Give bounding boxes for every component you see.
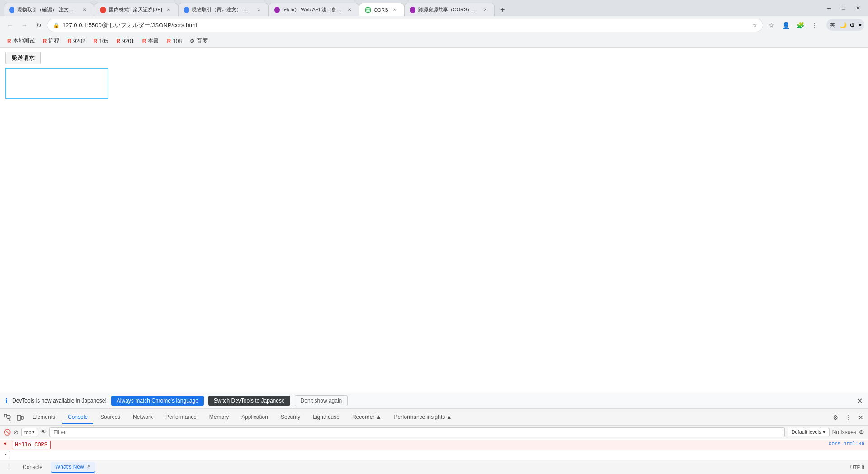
- devtools-more-icon[interactable]: ⋮: [843, 412, 854, 423]
- devtools-tab-console[interactable]: Console: [62, 411, 93, 424]
- context-dropdown-icon: ▾: [32, 429, 35, 435]
- tab-close-5[interactable]: ✕: [391, 6, 398, 14]
- bottom-tab-close-icon[interactable]: ✕: [87, 464, 91, 469]
- bookmark-favicon-8: ⚙: [190, 38, 195, 44]
- context-label: top: [24, 430, 31, 435]
- notification-close-icon[interactable]: ✕: [857, 397, 863, 405]
- svg-rect-7: [17, 415, 21, 420]
- url-text: 127.0.0.1:5500/新しいフォルダー/JSONP/cors.html: [62, 21, 750, 29]
- address-bar[interactable]: 🔒 127.0.0.1:5500/新しいフォルダー/JSONP/cors.htm…: [47, 19, 763, 32]
- maximize-button[interactable]: □: [837, 2, 850, 14]
- devtools-notification-bar: ℹ DevTools is now available in Japanese!…: [0, 393, 868, 409]
- tab-title-5: CORS: [374, 7, 388, 13]
- browser-tab-6[interactable]: 跨源资源共享（CORS）- HTT... ✕: [404, 3, 495, 16]
- bookmark-108[interactable]: R 108: [163, 37, 185, 45]
- forward-button[interactable]: →: [18, 19, 31, 32]
- tab-title-2: 国内株式 | 楽天証券[SP]: [109, 6, 162, 13]
- log-source-link[interactable]: cors.html:36: [829, 441, 864, 446]
- browser-tab-2[interactable]: 国内株式 | 楽天証券[SP] ✕: [94, 3, 178, 16]
- extension-icon[interactable]: 🧩: [794, 19, 807, 32]
- bottom-whats-new-label: What's New: [55, 464, 84, 470]
- console-settings-icon[interactable]: ⚙: [859, 429, 864, 436]
- devtools-settings-icon[interactable]: ⚙: [830, 412, 841, 423]
- bookmark-baidu[interactable]: ⚙ 百度: [186, 36, 211, 46]
- devtools-tab-application[interactable]: Application: [236, 411, 274, 424]
- bookmark-9202[interactable]: R 9202: [64, 37, 89, 45]
- tab-favicon-3: [184, 7, 189, 13]
- bookmark-book[interactable]: R 本書: [139, 36, 163, 46]
- error-log-icon: ●: [4, 441, 10, 446]
- page-content: 発送请求 ℹ DevTools is now available in Japa…: [0, 48, 868, 474]
- close-button[interactable]: ✕: [852, 2, 864, 14]
- log-level-selector[interactable]: Default levels ▾: [788, 428, 830, 436]
- console-filter-icon[interactable]: ⊘: [14, 429, 19, 436]
- prompt-cursor: [9, 451, 12, 458]
- tab-close-4[interactable]: ✕: [346, 6, 353, 14]
- bookmark-icon[interactable]: ☆: [765, 19, 778, 32]
- tab-close-2[interactable]: ✕: [165, 6, 172, 14]
- main-page: 発送请求: [0, 48, 868, 393]
- clear-console-icon[interactable]: 🚫: [4, 429, 11, 436]
- bottom-tab-whats-new[interactable]: What's New ✕: [51, 462, 95, 473]
- context-selector[interactable]: top ▾: [21, 428, 38, 436]
- notification-text: DevTools is now available in Japanese!: [12, 398, 107, 404]
- tab-close-6[interactable]: ✕: [481, 6, 489, 14]
- devtools-actions: ⚙ ⋮ ✕: [830, 412, 866, 423]
- profile-icon[interactable]: 👤: [779, 19, 792, 32]
- browser-tab-1[interactable]: 現物取引（確認）-注文確認・注文 ✕: [4, 3, 94, 16]
- reload-button[interactable]: ↻: [33, 19, 45, 32]
- log-level-label: Default levels: [792, 429, 821, 435]
- devtools-tab-performance-insights[interactable]: Performance insights ▲: [389, 411, 458, 424]
- devtools-tab-recorder[interactable]: Recorder ▲: [347, 411, 387, 424]
- back-button[interactable]: ←: [4, 19, 16, 32]
- extra-icon[interactable]: ✦: [858, 22, 863, 28]
- browser-tab-5[interactable]: CORS ✕: [359, 3, 404, 16]
- always-match-language-button[interactable]: Always match Chrome's language: [111, 396, 204, 406]
- bookmark-9201[interactable]: R 9201: [113, 37, 137, 45]
- eye-icon[interactable]: 👁: [41, 429, 47, 436]
- svg-point-6: [7, 415, 10, 419]
- bottom-tab-console[interactable]: Console: [18, 462, 47, 472]
- nav-bar: ← → ↻ 🔒 127.0.0.1:5500/新しいフォルダー/JSONP/co…: [0, 16, 868, 34]
- language-button[interactable]: 英: [828, 21, 837, 29]
- console-toolbar: 🚫 ⊘ top ▾ 👁 Default levels ▾ No Issues ⚙: [0, 426, 868, 439]
- tab-close-1[interactable]: ✕: [81, 6, 88, 14]
- devtools-tab-elements[interactable]: Elements: [27, 411, 61, 424]
- night-mode-icon[interactable]: 🌙: [840, 22, 847, 28]
- browser-tab-4[interactable]: fetch() - Web API 淺口参考 | M... ✕: [269, 3, 359, 16]
- bottom-menu-icon[interactable]: ⋮: [4, 462, 14, 473]
- tab-title-3: 現物取引（買い注文）-買い注文・: [192, 6, 253, 13]
- console-log-text: Hello CORS: [12, 441, 51, 449]
- devtools-tab-memory[interactable]: Memory: [204, 411, 234, 424]
- tab-close-3[interactable]: ✕: [255, 6, 263, 14]
- bookmark-recent[interactable]: R 近程: [39, 36, 63, 46]
- send-request-button[interactable]: 発送请求: [5, 52, 41, 64]
- devtools-tab-lighthouse[interactable]: Lighthouse: [307, 411, 345, 424]
- console-filter-input[interactable]: [49, 427, 784, 437]
- settings-icon-2[interactable]: ⚙: [849, 22, 855, 28]
- star-icon[interactable]: ☆: [752, 22, 757, 28]
- svg-rect-4: [4, 414, 7, 417]
- bookmark-105[interactable]: R 105: [90, 37, 112, 45]
- console-prompt-line[interactable]: ›: [0, 450, 868, 459]
- bookmark-favicon-1: R: [7, 38, 11, 44]
- dont-show-again-button[interactable]: Don't show again: [295, 395, 348, 406]
- devtools-tab-sources[interactable]: Sources: [95, 411, 126, 424]
- inspect-element-icon[interactable]: [2, 412, 13, 423]
- new-tab-button[interactable]: +: [496, 4, 509, 16]
- devtools-tab-network[interactable]: Network: [127, 411, 158, 424]
- devtools-tab-performance[interactable]: Performance: [160, 411, 202, 424]
- devtools-tab-security[interactable]: Security: [275, 411, 306, 424]
- bookmarks-bar: R 本地测试 R 近程 R 9202 R 105 R 9201 R 本書 R 1…: [0, 34, 868, 48]
- menu-icon[interactable]: ⋮: [808, 19, 821, 32]
- minimize-button[interactable]: ─: [823, 2, 835, 14]
- output-textarea[interactable]: [5, 68, 108, 99]
- devtools-close-icon[interactable]: ✕: [855, 412, 866, 423]
- browser-window: 現物取引（確認）-注文確認・注文 ✕ 国内株式 | 楽天証券[SP] ✕ 現物取…: [0, 0, 868, 474]
- tab-favicon-2: [100, 7, 106, 13]
- browser-tab-3[interactable]: 現物取引（買い注文）-買い注文・ ✕: [178, 3, 269, 16]
- bookmark-local[interactable]: R 本地测试: [4, 36, 38, 46]
- device-mode-icon[interactable]: [14, 412, 25, 423]
- switch-devtools-japanese-button[interactable]: Switch DevTools to Japanese: [208, 396, 290, 406]
- prompt-arrow-icon: ›: [4, 451, 7, 458]
